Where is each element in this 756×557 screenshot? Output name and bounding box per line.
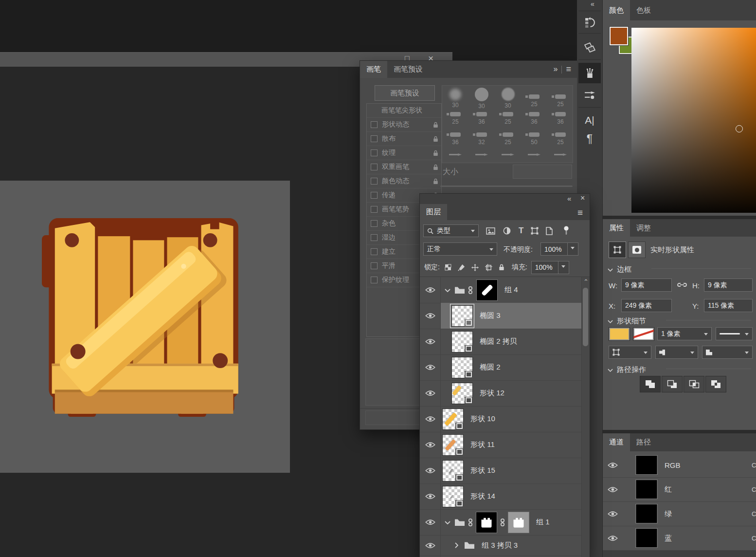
y-field[interactable]: 115 像素	[704, 299, 753, 312]
layers-menu-icon[interactable]: ≡	[577, 208, 583, 220]
canvas-document[interactable]	[0, 181, 290, 473]
visibility-eye-icon[interactable]	[425, 442, 435, 448]
group-mask-thumbnail[interactable]	[476, 512, 497, 533]
brush-preset[interactable]: 25	[548, 130, 573, 146]
color-gradient-field[interactable]	[631, 28, 756, 213]
intersect-shape-button[interactable]	[684, 376, 704, 392]
brush-preset[interactable]: 36	[469, 109, 494, 125]
brush-size-field[interactable]	[513, 165, 572, 179]
filter-pin-toggle-icon[interactable]	[563, 226, 569, 236]
brush-presets-button[interactable]: 画笔预设	[375, 85, 435, 101]
dock-divider[interactable]	[603, 216, 756, 219]
checkbox[interactable]	[371, 220, 378, 227]
chevron-down-icon[interactable]	[445, 288, 450, 292]
panel-close-icon[interactable]: ×	[580, 194, 585, 202]
brush-preset[interactable]	[469, 149, 494, 157]
stroke-caps-dropdown[interactable]	[655, 346, 698, 359]
layer-row-group3copy3[interactable]: 组 3 拷贝 3	[420, 535, 582, 556]
layer-row-group4[interactable]: 组 4	[420, 277, 582, 303]
brush-panel-icon[interactable]	[578, 63, 601, 83]
checkbox[interactable]	[371, 206, 378, 213]
visibility-eye-icon[interactable]	[608, 535, 618, 541]
visibility-eye-icon[interactable]	[608, 511, 618, 517]
foreground-color-swatch[interactable]	[610, 27, 628, 45]
layer-comps-panel-icon[interactable]	[578, 37, 601, 57]
tab-properties[interactable]: 属性	[603, 219, 630, 237]
layer-row-group1[interactable]: 组 1	[420, 509, 582, 536]
visibility-eye-icon[interactable]	[425, 390, 435, 396]
brush-preset[interactable]: 50	[522, 130, 546, 146]
layer-row-shape15[interactable]: 形状 15	[420, 458, 582, 484]
layer-row-ellipse3[interactable]: 椭圆 3	[420, 303, 582, 329]
mask-link-icon[interactable]	[468, 286, 473, 295]
bounds-section-header[interactable]: 边框	[608, 265, 631, 274]
filter-image-icon[interactable]	[486, 227, 495, 235]
layer-thumbnail[interactable]	[451, 331, 473, 353]
chevron-right-icon[interactable]	[454, 542, 458, 548]
lock-all-icon[interactable]	[499, 264, 504, 271]
brush-presets-panel-icon[interactable]	[578, 85, 601, 105]
brush-preset[interactable]: 32	[469, 130, 494, 146]
mask-link-icon[interactable]	[468, 518, 473, 527]
channel-row-blue[interactable]: 蓝 C	[603, 526, 756, 551]
brush-preset[interactable]	[548, 149, 573, 157]
blend-mode-dropdown[interactable]: 正常	[423, 242, 497, 256]
visibility-eye-icon[interactable]	[425, 287, 435, 293]
layer-row-ellipse2copy[interactable]: 椭圆 2 拷贝	[420, 329, 582, 355]
visibility-eye-icon[interactable]	[425, 493, 435, 500]
layer-thumbnail[interactable]	[451, 357, 473, 378]
lock-transparent-icon[interactable]	[445, 264, 451, 271]
channel-row-red[interactable]: 红 C	[603, 477, 756, 502]
layer-row-shape11[interactable]: 形状 11	[420, 432, 582, 458]
checkbox[interactable]	[371, 248, 378, 255]
filter-smart-object-icon[interactable]	[546, 227, 553, 235]
brush-preset[interactable]	[443, 149, 468, 157]
checkbox[interactable]	[371, 121, 378, 128]
visibility-eye-icon[interactable]	[425, 467, 435, 474]
brush-preset[interactable]: 36	[522, 109, 546, 125]
brush-setting-dual-brush[interactable]: 双重画笔	[367, 160, 441, 174]
link-dimensions-icon[interactable]	[677, 282, 687, 288]
mask-link-icon[interactable]	[500, 518, 505, 527]
layer-thumbnail[interactable]	[442, 486, 464, 507]
scrollbar-thumb[interactable]	[583, 288, 588, 346]
paragraph-panel-icon[interactable]: ¶	[578, 129, 601, 149]
visibility-eye-icon[interactable]	[425, 519, 435, 525]
brush-setting-shape-dynamics[interactable]: 形状动态	[367, 118, 441, 132]
exclude-shape-button[interactable]	[705, 376, 726, 392]
stroke-align-dropdown[interactable]	[609, 346, 651, 359]
brush-preset[interactable]: 30	[496, 89, 520, 109]
brush-preset[interactable]: 25	[443, 109, 468, 125]
layer-row-shape10[interactable]: 形状 10	[420, 406, 582, 432]
brush-setting-color-dynamics[interactable]: 颜色动态	[367, 174, 441, 188]
brush-preset[interactable]: 36	[443, 130, 468, 146]
brush-preset[interactable]: 25	[496, 109, 520, 125]
brush-setting-texture[interactable]: 纹理	[367, 146, 441, 160]
visibility-eye-icon[interactable]	[608, 486, 618, 493]
visibility-eye-icon[interactable]	[608, 462, 618, 468]
checkbox[interactable]	[371, 262, 378, 269]
x-field[interactable]: 249 像素	[621, 299, 672, 312]
opacity-field[interactable]: 100%	[540, 242, 578, 256]
panel-collapse-icon[interactable]: «	[567, 195, 571, 202]
stroke-width-dropdown[interactable]: 1 像素	[657, 327, 712, 340]
tab-brush[interactable]: 画笔	[360, 61, 387, 78]
checkbox[interactable]	[371, 149, 378, 156]
brush-tip-shape-item[interactable]: 画笔笔尖形状	[367, 104, 441, 118]
combine-shapes-button[interactable]	[640, 376, 661, 392]
brush-preset[interactable]	[496, 149, 520, 157]
fill-dropdown-arrow[interactable]	[558, 261, 565, 274]
live-shape-button[interactable]	[609, 241, 626, 258]
stroke-type-dropdown[interactable]	[716, 327, 753, 340]
lock-artboard-icon[interactable]	[485, 264, 492, 271]
tab-color[interactable]: 颜色	[603, 0, 630, 20]
group-mask-thumbnail[interactable]	[476, 279, 498, 301]
character-panel-icon[interactable]: A|	[578, 110, 601, 130]
brush-size-slider[interactable]	[440, 186, 573, 187]
fill-field[interactable]: 100%	[531, 261, 569, 274]
checkbox[interactable]	[371, 234, 378, 241]
visibility-eye-icon[interactable]	[425, 313, 435, 319]
lock-move-icon[interactable]	[471, 264, 479, 271]
tab-layers[interactable]: 图层	[420, 204, 447, 220]
stroke-color-swatch[interactable]	[633, 327, 654, 341]
